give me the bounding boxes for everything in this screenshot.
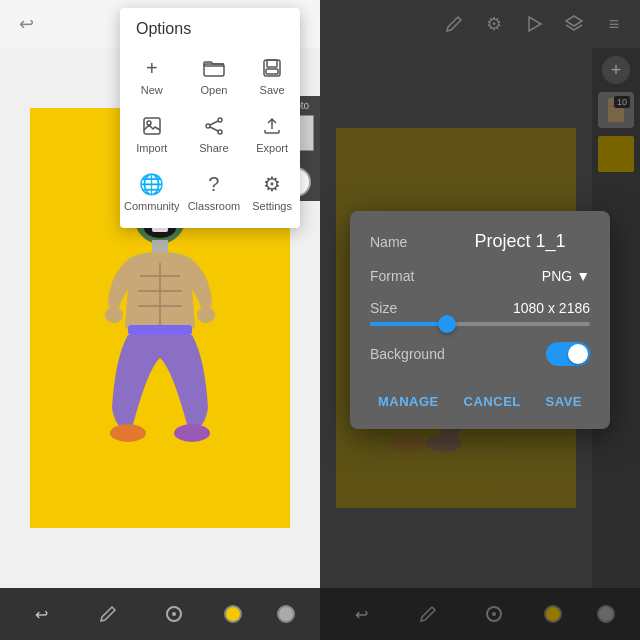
save-dialog: Name Project 1_1 Format PNG ▼ Size 1080 … <box>350 211 610 429</box>
import-icon <box>138 112 166 140</box>
svg-point-8 <box>218 130 222 134</box>
svg-point-33 <box>172 612 176 616</box>
options-menu: Options + New Open Save <box>120 8 300 228</box>
size-slider-thumb[interactable] <box>438 315 456 333</box>
new-label: New <box>141 84 163 96</box>
right-panel: ⚙ ≡ + 10 Name <box>320 0 640 640</box>
svg-line-9 <box>210 121 218 125</box>
left-panel: ↩ ⚙ Options + New Open Save <box>0 0 320 640</box>
svg-rect-3 <box>266 69 278 74</box>
svg-rect-4 <box>144 118 160 134</box>
menu-item-open[interactable]: Open <box>184 46 245 104</box>
color-dot-gray[interactable] <box>277 605 295 623</box>
background-toggle[interactable] <box>546 342 590 366</box>
size-slider-track[interactable] <box>370 322 590 326</box>
share-label: Share <box>199 142 228 154</box>
back-icon[interactable]: ↩ <box>12 10 40 38</box>
background-label: Background <box>370 346 450 362</box>
share-icon <box>200 112 228 140</box>
name-value: Project 1_1 <box>450 231 590 252</box>
svg-point-28 <box>197 307 215 323</box>
dialog-size-section: Size 1080 x 2186 <box>370 300 590 326</box>
circle-tool-left[interactable] <box>158 598 190 630</box>
menu-item-share[interactable]: Share <box>184 104 245 162</box>
dialog-background-row: Background <box>370 342 590 366</box>
bottom-toolbar-left: ↩ <box>0 588 320 640</box>
import-label: Import <box>136 142 167 154</box>
menu-item-export[interactable]: Export <box>244 104 300 162</box>
menu-item-community[interactable]: 🌐 Community <box>120 162 184 220</box>
export-label: Export <box>256 142 288 154</box>
svg-line-10 <box>210 127 218 131</box>
svg-point-7 <box>206 124 210 128</box>
svg-rect-29 <box>128 325 192 335</box>
new-icon: + <box>138 54 166 82</box>
toggle-knob <box>568 344 588 364</box>
classroom-label: Classroom <box>188 200 241 212</box>
dialog-action-buttons: MANAGE CANCEL SAVE <box>370 386 590 413</box>
save-button[interactable]: SAVE <box>538 390 590 413</box>
svg-point-6 <box>218 118 222 122</box>
menu-item-import[interactable]: Import <box>120 104 184 162</box>
svg-point-31 <box>174 424 210 442</box>
size-label: Size <box>370 300 450 316</box>
format-label: Format <box>370 268 450 284</box>
name-label: Name <box>370 234 450 250</box>
menu-item-classroom[interactable]: ? Classroom <box>184 162 245 220</box>
classroom-icon: ? <box>200 170 228 198</box>
open-icon <box>200 54 228 82</box>
svg-point-27 <box>105 307 123 323</box>
format-dropdown-arrow: ▼ <box>576 268 590 284</box>
size-label-row: Size 1080 x 2186 <box>370 300 590 316</box>
undo-tool-left[interactable]: ↩ <box>25 598 57 630</box>
svg-rect-22 <box>152 240 168 252</box>
open-label: Open <box>200 84 227 96</box>
dialog-format-row: Format PNG ▼ <box>370 268 590 284</box>
settings-menu-label: Settings <box>252 200 292 212</box>
options-menu-title: Options <box>120 8 300 46</box>
svg-point-30 <box>110 424 146 442</box>
size-slider-fill <box>370 322 447 326</box>
community-icon: 🌐 <box>138 170 166 198</box>
svg-rect-2 <box>267 60 277 67</box>
menu-item-new[interactable]: + New <box>120 46 184 104</box>
manage-button[interactable]: MANAGE <box>370 390 447 413</box>
settings-menu-icon: ⚙ <box>258 170 286 198</box>
options-menu-grid: + New Open Save Import <box>120 46 300 220</box>
cancel-button[interactable]: CANCEL <box>456 390 529 413</box>
community-label: Community <box>124 200 180 212</box>
menu-item-settings[interactable]: ⚙ Settings <box>244 162 300 220</box>
export-icon <box>258 112 286 140</box>
save-label: Save <box>260 84 285 96</box>
menu-item-save[interactable]: Save <box>244 46 300 104</box>
size-value: 1080 x 2186 <box>450 300 590 316</box>
dialog-name-row: Name Project 1_1 <box>370 231 590 252</box>
pencil-tool-left[interactable] <box>92 598 124 630</box>
format-value: PNG <box>542 268 572 284</box>
format-select[interactable]: PNG ▼ <box>542 268 590 284</box>
save-icon <box>258 54 286 82</box>
color-dot-yellow[interactable] <box>224 605 242 623</box>
